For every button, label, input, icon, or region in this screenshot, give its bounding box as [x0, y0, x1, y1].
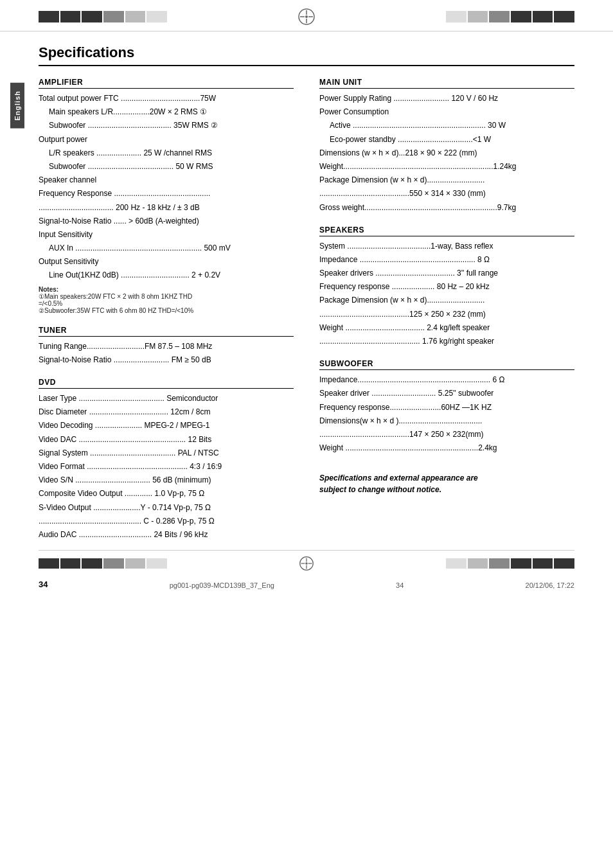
spec-row: AUX In .................................…	[39, 242, 294, 254]
bar-segment	[446, 558, 466, 569]
main-unit-specs: Power Supply Rating ....................…	[319, 93, 574, 214]
tuner-specs: Tuning Range...........................F…	[39, 341, 294, 366]
bar-segment	[147, 558, 167, 569]
bar-segment	[489, 558, 510, 569]
spec-row: S-Video Output ......................Y -…	[39, 502, 294, 514]
spec-row: Weight .................................…	[319, 442, 574, 454]
page-title: Specifications	[39, 44, 574, 66]
svg-point-1	[305, 15, 308, 18]
spec-row: Power Supply Rating ....................…	[319, 93, 574, 105]
bar-segment	[39, 11, 59, 22]
bar-segment	[533, 11, 553, 22]
bar-segment	[39, 558, 59, 569]
spec-row: Output Sensitivity	[39, 256, 294, 268]
spec-row: Main speakers L/R.................20W × …	[39, 106, 294, 118]
spec-row: Power Consumption	[319, 106, 574, 118]
spec-row: Frequency Response .....................…	[39, 188, 294, 200]
spec-row: Signal-to-Noise Ratio ..................…	[39, 354, 294, 366]
note-2: ②Subwoofer:35W FTC with 6 ohm 80 HZ THD=…	[39, 307, 193, 314]
spec-row: System .................................…	[319, 240, 574, 252]
spec-row: Frequency response .................... …	[319, 281, 574, 293]
speakers-specs: System .................................…	[319, 240, 574, 348]
footer-notice: Specifications and external appearance a…	[319, 472, 574, 495]
bar-segment	[147, 11, 167, 22]
spec-row: Outpurt power	[39, 134, 294, 146]
notes-label: Notes:	[39, 286, 58, 293]
main-unit-header: MAIN UNIT	[319, 78, 574, 89]
spec-row: Subwoofer ..............................…	[39, 120, 294, 132]
footer-file: pg001-pg039-MCD139B_37_Eng	[170, 581, 274, 589]
spec-row: Active .................................…	[319, 120, 574, 132]
two-column-layout: AMPLIFIER Total output power FTC .......…	[39, 78, 574, 544]
bar-segment	[60, 558, 81, 569]
spec-row: Eco-power standby ......................…	[319, 134, 574, 146]
bar-segment	[533, 558, 553, 569]
bottom-bar	[39, 550, 574, 576]
amplifier-header: AMPLIFIER	[39, 78, 294, 89]
subwoofer-header: SUBWOOFER	[319, 359, 574, 370]
amplifier-specs: Total output power FTC .................…	[39, 93, 294, 282]
spec-row: Laser Type .............................…	[39, 393, 294, 405]
spec-row: Video Format ...........................…	[39, 461, 294, 473]
bar-segment	[468, 11, 488, 22]
page-wrapper: English Specifications AMPLIFIER Total o…	[0, 31, 613, 602]
note-1b: =/<0.5%	[39, 300, 62, 307]
bar-segment	[468, 558, 488, 569]
left-column: AMPLIFIER Total output power FTC .......…	[39, 78, 294, 544]
subwoofer-specs: Impedance...............................…	[319, 374, 574, 454]
spec-row: Disc Diameter ..........................…	[39, 406, 294, 418]
spec-row: Composite Video Output ............. 1.0…	[39, 488, 294, 500]
bar-segment	[60, 11, 81, 22]
spec-row: Signal-to-Noise Ratio ...... > 60dB (A-w…	[39, 215, 294, 227]
spec-row: Speaker drivers ........................…	[319, 267, 574, 279]
spec-row: Signal System ..........................…	[39, 447, 294, 459]
bar-segment	[125, 558, 146, 569]
notice-line1: Specifications and external appearance a…	[319, 474, 478, 483]
bar-segment	[125, 11, 146, 22]
spec-row: Dimensions(w × h × d )..................…	[319, 415, 574, 427]
spec-row: Speaker driver .........................…	[319, 387, 574, 400]
bar-segment	[103, 558, 124, 569]
bar-segment	[446, 11, 466, 22]
spec-row: Subwoofer ..............................…	[39, 161, 294, 173]
dvd-specs: Laser Type .............................…	[39, 393, 294, 541]
spec-row: Package Dimension (w × h × d)...........…	[319, 174, 574, 186]
svg-point-7	[305, 562, 307, 564]
note-1: ①Main speakers:20W FTC × 2 with 8 ohm 1K…	[39, 293, 192, 300]
right-column: MAIN UNIT Power Supply Rating ..........…	[319, 78, 574, 544]
language-tab: English	[10, 83, 24, 128]
compass-icon-bottom	[299, 556, 314, 571]
dvd-header: DVD	[39, 378, 294, 389]
spec-row: Input Sensitivity	[39, 229, 294, 241]
tuner-header: TUNER	[39, 326, 294, 337]
spec-row: Total output power FTC .................…	[39, 93, 294, 105]
spec-row: Tuning Range...........................F…	[39, 341, 294, 353]
compass-icon	[298, 8, 315, 26]
spec-row: Weight .................................…	[319, 322, 574, 334]
spec-row: ........................................…	[319, 429, 574, 441]
bar-segment	[511, 558, 531, 569]
speakers-header: SPEAKERS	[319, 226, 574, 236]
amplifier-notes: Notes: ①Main speakers:20W FTC × 2 with 8…	[39, 286, 294, 314]
bar-segment	[554, 558, 574, 569]
spec-row: Weight..................................…	[319, 161, 574, 173]
spec-row: Gross weight............................…	[319, 202, 574, 214]
spec-row: Video Decoding ...................... MP…	[39, 420, 294, 432]
bar-segment	[103, 11, 124, 22]
footer-page-num: 34	[396, 581, 404, 589]
spec-row: ........................................…	[39, 515, 294, 527]
spec-row: Audio DAC ..............................…	[39, 529, 294, 541]
bar-segment	[82, 558, 102, 569]
spec-row: Impedance...............................…	[319, 374, 574, 386]
footer-date: 20/12/06, 17:22	[526, 581, 574, 589]
spec-row: Line Out(1KHZ 0dB) .....................…	[39, 269, 294, 281]
spec-row: Dimensions (w × h × d)...218 × 90 × 222 …	[319, 147, 574, 159]
spec-row: ........................................…	[319, 335, 574, 348]
spec-row: ........................................…	[319, 308, 574, 321]
spec-row: Package Dimension (w × h × d)...........…	[319, 294, 574, 306]
page-footer: 34 pg001-pg039-MCD139B_37_Eng 34 20/12/0…	[39, 580, 574, 589]
spec-row: ................................... 200 …	[39, 202, 294, 214]
spec-row: Speaker channel	[39, 174, 294, 186]
bar-segment	[554, 11, 574, 22]
header-bar	[0, 0, 613, 31]
